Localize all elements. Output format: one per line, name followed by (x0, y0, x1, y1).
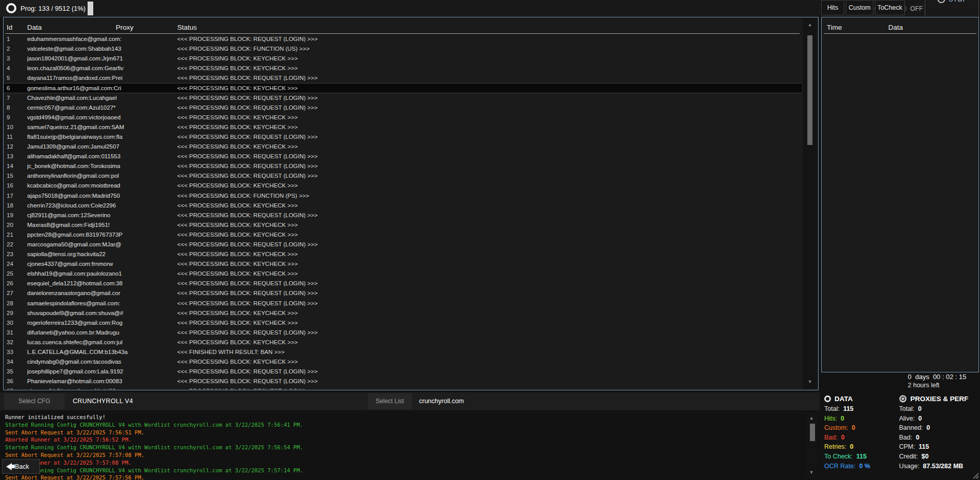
row-data: jason18042001@gmail.com:Jrjm671 (27, 54, 129, 64)
select-config-button[interactable]: Select CFG (4, 393, 65, 409)
row-status: <<< PROCESSING BLOCK: REQUEST (LOGIN) >>… (177, 377, 318, 386)
table-row[interactable]: 4leon.chazal0506@gmail.com:Gearfiv<<< PR… (4, 64, 802, 73)
table-scrollbar[interactable]: ▲ ▼ (803, 18, 817, 389)
table-row[interactable]: 34cindymabg0@gmail.com:tacosdivas<<< PRO… (4, 357, 802, 367)
row-status: <<< PROCESSING BLOCK: REQUEST (LOGIN) >>… (177, 161, 318, 171)
table-row[interactable]: 19cj82911@gmai.com:12Severino<<< PROCESS… (4, 211, 802, 220)
table-row[interactable]: 27danielorenzanastorgano@gmail.cor<<< PR… (4, 288, 802, 298)
table-row[interactable]: 28samaelespindolaflores@gmail.com:<<< PR… (4, 299, 802, 308)
stat-value: 0 (918, 405, 922, 412)
stat-value: 0 (841, 415, 844, 422)
back-button[interactable]: Back (2, 459, 40, 474)
table-row[interactable]: 36Phanievelamar@hotmail.com:00083<<< PRO… (4, 377, 802, 386)
row-data: Phanievelamar@hotmail.com:00083 (27, 377, 129, 386)
log-scrollbar-thumb[interactable] (810, 424, 815, 441)
hits-panel: Time Data (821, 17, 979, 372)
stop-button[interactable]: STOP (925, 0, 979, 18)
tab-tocheck[interactable]: ToCheck (875, 0, 905, 15)
table-row[interactable]: 30rogerioferreira1233@gmail.com:Rog<<< P… (4, 318, 802, 328)
table-scrollbar-thumb[interactable] (807, 35, 812, 145)
table-row[interactable]: 23sapiolla@tensi.org:hackvita22<<< PROCE… (4, 249, 802, 259)
scroll-down-icon[interactable]: ▼ (805, 470, 818, 475)
row-id: 23 (7, 249, 22, 259)
stat-item: Total:0 (899, 403, 976, 413)
stat-item: Banned:0 (899, 422, 976, 432)
table-row[interactable]: 9vgstd4994@gmail.com:victorjoaoed<<< PRO… (4, 113, 802, 122)
table-row[interactable]: 1eduhammersmashface@gmail.com:<<< PROCES… (4, 34, 802, 44)
row-data: cherrin723@icloud.com:Cole2296 (27, 201, 129, 211)
tab-custom[interactable]: Custom (846, 0, 873, 15)
tab-hits[interactable]: Hits (821, 0, 844, 15)
stat-item: Retries:0 (824, 441, 901, 451)
table-row[interactable]: 5dayana117ramos@andoxd.com:Prei<<< PROCE… (4, 73, 802, 83)
resize-grip[interactable] (972, 472, 979, 479)
table-row[interactable]: 26esequiel_dela1212@hotmail.com:38<<< PR… (4, 279, 802, 288)
table-row[interactable]: 3jason18042001@gmail.com:Jrjm671<<< PROC… (4, 54, 802, 64)
row-id: 3 (7, 54, 22, 64)
row-id: 33 (7, 347, 22, 357)
data-circle-icon (824, 395, 831, 402)
row-status: <<< PROCESSING BLOCK: KEYCHECK >>> (177, 201, 298, 211)
row-id: 2 (7, 44, 22, 54)
row-id: 13 (7, 152, 22, 161)
row-data: danielorenzanastorgano@gmail.cor (27, 288, 129, 298)
stat-value: 87.53/282 MB (923, 463, 964, 470)
row-id: 22 (7, 240, 22, 249)
row-data: dayana117ramos@andoxd.com:Prei (27, 73, 129, 83)
stat-value: 115 (857, 453, 867, 460)
row-id: 28 (7, 299, 22, 308)
progress-label: Prog: 133 / 9512 (1%) (20, 5, 86, 12)
scroll-up-icon[interactable]: ▲ (805, 415, 818, 421)
table-row[interactable]: 25elshhal19@gmail.com:paulolozano1<<< PR… (4, 269, 802, 279)
table-row[interactable]: 33L.E.CATELLA@GMAIL.COM:b13b43a<<< FINIS… (4, 347, 802, 357)
scroll-up-icon[interactable]: ▲ (803, 22, 817, 27)
table-row[interactable]: 2valceleste@gmail.com:Shabbah143<<< PROC… (4, 44, 802, 54)
table-row[interactable]: 12Jamul1309@gmail.com:Jamul2507<<< PROCE… (4, 142, 802, 152)
table-row[interactable]: 6gomeslima.arthur16@gmail.com:Cri<<< PRO… (4, 83, 802, 93)
bots-slider-thumb[interactable] (88, 2, 93, 15)
row-id: 30 (7, 318, 22, 328)
row-status: <<< PROCESSING BLOCK: KEYCHECK >>> (177, 249, 298, 259)
row-data: samuel7queiroz.21@gmail.com:SAM (27, 122, 129, 132)
scroll-down-icon[interactable]: ▼ (803, 379, 817, 384)
runner-log: Runner initialized succesfully!Started R… (0, 410, 820, 480)
proxies-wheel-icon (899, 395, 907, 403)
log-line: Runner initialized succesfully! (5, 413, 820, 421)
row-data: elshhal19@gmail.com:paulolozano1 (27, 269, 129, 279)
table-row[interactable]: 10samuel7queiroz.21@gmail.com:SAM<<< PRO… (4, 122, 802, 132)
row-id: 27 (7, 288, 22, 298)
table-row[interactable]: 11fla81suixrjp@belgianairways.com:fla<<<… (4, 132, 802, 142)
table-row[interactable]: 22marcosgama50@gmail.com:MJar@<<< PROCES… (4, 240, 802, 249)
log-scrollbar[interactable]: ▲ ▼ (805, 412, 818, 478)
table-row[interactable]: 15anthonnylinanflorin@gmail.com:pol<<< P… (4, 171, 802, 181)
table-row[interactable]: 24cjones4337@gmail.com:frnmorw<<< PROCES… (4, 259, 802, 269)
table-row[interactable]: 35josephillippe7@gmail.com:Lala.9192<<< … (4, 367, 802, 377)
select-list-button[interactable]: Select List (368, 393, 412, 409)
stat-item: To Check:115 (824, 451, 901, 461)
selected-config-name: CRUNCHYROLL V4 (73, 398, 133, 405)
row-status: <<< PROCESSING BLOCK: REQUEST (LOGIN) >>… (177, 328, 318, 338)
row-status: <<< FINISHED WITH RESULT: BAN >>> (177, 347, 284, 357)
stat-label: Bad: (899, 434, 912, 441)
table-row[interactable]: 7Chavezhle@gmail.com:Lucahgael<<< PROCES… (4, 93, 802, 103)
row-data: ppcten28@gmail.com:8319767373P (27, 230, 129, 240)
table-row[interactable]: 16kcabcabico@gmail.com:moistbread<<< PRO… (4, 181, 802, 191)
log-line: Started Running Config CRUNCHYROLL V4 wi… (5, 467, 820, 474)
table-row[interactable]: 31difurlaneti@yahoo.com.br:Madrugu<<< PR… (4, 328, 802, 338)
row-status: <<< PROCESSING BLOCK: REQUEST (LOGIN) >>… (177, 73, 318, 83)
table-row[interactable]: 32lucas.cuenca.shtefec@gmail.com:jul<<< … (4, 338, 802, 347)
table-row[interactable]: 17ajaps75018@gmail.com:Madrid750<<< PROC… (4, 191, 802, 201)
table-row[interactable]: 13alihamadakhalf@gmail.com:011553<<< PRO… (4, 152, 802, 161)
table-row[interactable]: 14jc_bonek@hotmail.com:Torokosima<<< PRO… (4, 161, 802, 171)
proxies-stats-items: Total:0Alive:0Banned:0Bad:0CPM:115Credit… (899, 403, 976, 470)
table-row[interactable]: 8cermic057@gmail.com:Azul1027*<<< PROCES… (4, 103, 802, 113)
proxies-stats-column: PROXIES & PERF Total:0Alive:0Banned:0Bad… (899, 392, 976, 470)
table-row[interactable]: 29shuvapoudel9@gmail.com:shuva@#<<< PROC… (4, 308, 802, 318)
progress-circle-icon (6, 3, 16, 13)
table-row[interactable]: 20Maxras8@gmail.com:Fidji1951!<<< PROCES… (4, 220, 802, 230)
table-row[interactable]: 37abarana84@hotmail.com:Mathi32<<< PROCE… (4, 386, 802, 389)
table-header: Id Data Proxy Status (4, 24, 818, 34)
table-row[interactable]: 21ppcten28@gmail.com:8319767373P<<< PROC… (4, 230, 802, 240)
row-data: lucas.cuenca.shtefec@gmail.com:jul (27, 338, 129, 347)
table-row[interactable]: 18cherrin723@icloud.com:Cole2296<<< PROC… (4, 201, 802, 211)
